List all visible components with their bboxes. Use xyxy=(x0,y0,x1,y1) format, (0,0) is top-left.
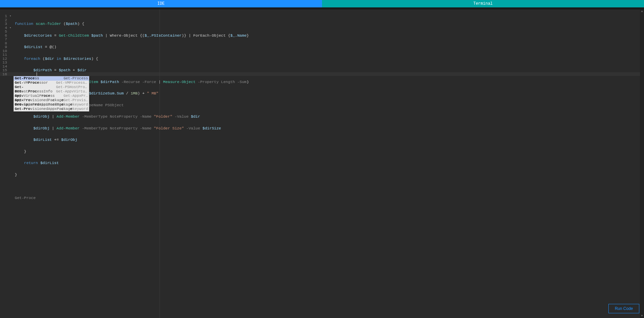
autocomplete-item[interactable]: Get-PSHostProcessInfoGet-PSHostProcessI… xyxy=(14,85,89,89)
autocomplete-popup[interactable]: Get-ProcessGet-ProcessGet-VMProcessorGet… xyxy=(13,76,89,112)
vertical-scrollbar[interactable]: ▲ ▼ xyxy=(640,9,644,318)
run-code-button[interactable]: Run Code xyxy=(608,304,639,313)
autocomplete-item[interactable]: Get-AppxProvisionedPackageGet-AppxProvi… xyxy=(14,94,89,98)
text-cursor xyxy=(37,72,37,76)
line-number: 15 xyxy=(0,68,13,72)
line-number: 7 xyxy=(0,37,13,41)
line-number: 11 xyxy=(0,53,13,57)
scroll-down-arrow[interactable]: ▼ xyxy=(640,314,644,318)
autocomplete-item[interactable]: Get-AppvVirtualProcessGet-AppvVirtualPr… xyxy=(14,89,89,94)
autocomplete-item[interactable]: Get-ProvisionedAppxPackagekeyword xyxy=(14,107,89,111)
line-number: 9 xyxy=(0,45,13,49)
line-number: 3 xyxy=(0,22,13,26)
autocomplete-item[interactable]: Get-VMProcessorGet-VMProcessor xyxy=(14,81,89,85)
autocomplete-item[interactable]: Get-AppxProvisionedPackagekeyword xyxy=(14,103,89,107)
code-editor[interactable]: 1 ▾2 3 4 ▾5 6 7 8 9 10 11 12 13 14 15 16… xyxy=(0,9,644,318)
tab-terminal[interactable]: Terminal xyxy=(322,0,644,7)
autocomplete-item[interactable]: Get-ProcessGet-Process xyxy=(14,76,89,81)
scroll-up-arrow[interactable]: ▲ xyxy=(640,9,644,13)
line-gutter: 1 ▾2 3 4 ▾5 6 7 8 9 10 11 12 13 14 15 16 xyxy=(0,14,13,76)
line-number: 13 xyxy=(0,61,13,65)
line-number: 5 xyxy=(0,30,13,34)
line-number: 16 xyxy=(0,72,13,76)
line-number: 1 ▾ xyxy=(0,14,13,18)
autocomplete-item[interactable]: Get-ProvisionedAppxPackageGet-Provision… xyxy=(14,98,89,103)
tab-ide[interactable]: IDE xyxy=(0,0,322,7)
tab-bar: IDE Terminal xyxy=(0,0,644,7)
